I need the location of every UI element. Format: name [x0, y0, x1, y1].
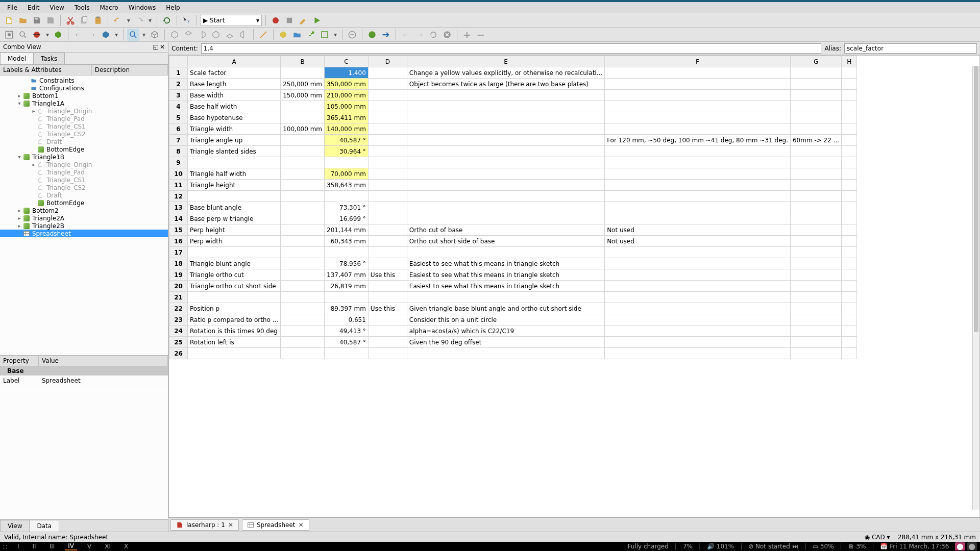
cell[interactable]: Change a yellow values explicitly, or ot… [407, 67, 604, 79]
cell[interactable] [368, 224, 407, 236]
link-actions-drop-icon[interactable]: ▾ [332, 29, 338, 41]
row-header[interactable]: 15 [169, 224, 188, 236]
content-input[interactable] [201, 43, 822, 54]
undo-drop-icon[interactable]: ▾ [126, 14, 132, 27]
tree-item[interactable]: ▸Triangle_Origin [0, 107, 168, 115]
cell[interactable] [842, 303, 857, 314]
cell[interactable] [790, 292, 841, 303]
cell[interactable] [605, 303, 791, 314]
macro-select[interactable]: ▶ Start▾ [201, 15, 262, 26]
cell[interactable]: Ortho cut short side of base [407, 236, 604, 247]
cell[interactable] [368, 168, 407, 180]
workspace-indicator[interactable]: III [46, 543, 58, 550]
cell[interactable]: Given the 90 deg offset [407, 337, 604, 348]
cell[interactable]: Easiest to see what this means in triang… [407, 258, 604, 269]
column-header[interactable]: H [842, 56, 857, 67]
row-header[interactable]: 26 [169, 348, 188, 359]
tree-item[interactable]: ▸Bottom1 [0, 92, 168, 99]
cell[interactable] [281, 224, 325, 236]
tree-item[interactable]: Draft [0, 138, 168, 145]
row-header[interactable]: 24 [169, 325, 188, 337]
cell[interactable]: 350,000 mm [325, 79, 369, 90]
cell[interactable] [790, 325, 841, 337]
fit-sel-icon[interactable] [17, 29, 29, 41]
cell[interactable]: alpha=acos(a/s) which is C22/C19 [407, 325, 604, 337]
row-header[interactable]: 18 [169, 258, 188, 269]
save-icon[interactable] [31, 14, 43, 27]
stop-load-icon[interactable] [441, 29, 453, 41]
cell[interactable] [842, 258, 857, 269]
reload-icon[interactable] [427, 29, 439, 41]
cell[interactable] [605, 157, 791, 168]
cell[interactable] [368, 314, 407, 325]
taskbar-status[interactable]: 🔊 101% [707, 543, 734, 550]
cell[interactable] [368, 202, 407, 213]
cell[interactable] [407, 123, 604, 135]
cell[interactable] [281, 146, 325, 157]
edit-macro-icon[interactable] [297, 14, 309, 27]
cell[interactable] [325, 348, 369, 359]
cell[interactable] [842, 146, 857, 157]
cell[interactable] [281, 180, 325, 191]
cell[interactable]: Triangle half width [188, 168, 281, 180]
cell[interactable] [790, 90, 841, 101]
cell[interactable]: 40,587 ° [325, 135, 369, 146]
cell[interactable] [842, 202, 857, 213]
row-header[interactable]: 12 [169, 191, 188, 202]
row-header[interactable]: 7 [169, 135, 188, 146]
row-header[interactable]: 19 [169, 269, 188, 281]
cell[interactable] [790, 314, 841, 325]
taskbar-status[interactable]: Fully charged [628, 543, 669, 550]
cell[interactable] [790, 213, 841, 224]
cell[interactable] [790, 247, 841, 258]
cell[interactable] [368, 325, 407, 337]
document-tab[interactable]: Spreadsheet✕ [242, 519, 309, 531]
cell[interactable] [281, 101, 325, 112]
row-header[interactable]: 20 [169, 281, 188, 292]
cell[interactable]: 0,651 [325, 314, 369, 325]
link-make-icon[interactable] [305, 29, 317, 41]
cell[interactable] [605, 247, 791, 258]
workspace-indicator[interactable]: X [121, 543, 131, 550]
menu-windows[interactable]: Windows [124, 3, 161, 13]
cell[interactable] [368, 90, 407, 101]
cell[interactable]: 1,400 [325, 67, 369, 79]
row-header[interactable]: 5 [169, 112, 188, 123]
tree-item[interactable]: Triangle_CS1 [0, 122, 168, 130]
cell[interactable] [605, 90, 791, 101]
workspace-indicator[interactable]: V [84, 543, 94, 550]
cell[interactable] [368, 135, 407, 146]
cell[interactable] [790, 303, 841, 314]
cell[interactable] [281, 281, 325, 292]
cell[interactable] [842, 269, 857, 281]
cell[interactable] [790, 281, 841, 292]
cell[interactable] [790, 224, 841, 236]
cell[interactable] [790, 191, 841, 202]
expander-icon[interactable]: ▾ [16, 101, 22, 106]
row-header[interactable]: 2 [169, 79, 188, 90]
cell[interactable] [407, 112, 604, 123]
group-icon[interactable] [291, 29, 303, 41]
cell[interactable] [605, 269, 791, 281]
row-header[interactable]: 9 [169, 157, 188, 168]
cell[interactable] [605, 191, 791, 202]
workspace-indicator[interactable]: IV [65, 542, 77, 550]
taskbar-status[interactable]: 7% [683, 543, 693, 550]
cell[interactable] [605, 123, 791, 135]
row-header[interactable]: 4 [169, 101, 188, 112]
row-header[interactable]: 16 [169, 236, 188, 247]
cell[interactable]: Triangle ortho cut short side [188, 281, 281, 292]
cell[interactable]: Use this [368, 269, 407, 281]
cell[interactable] [842, 236, 857, 247]
cell[interactable] [281, 236, 325, 247]
cell[interactable]: Easiest to see what this means in triang… [407, 269, 604, 281]
tree-item[interactable]: Triangle_CS2 [0, 130, 168, 138]
alias-input[interactable] [844, 43, 977, 54]
wm-icon[interactable]: ⸬ [3, 543, 7, 550]
cell[interactable] [842, 168, 857, 180]
cell[interactable] [842, 112, 857, 123]
row-header[interactable]: 10 [169, 168, 188, 180]
tree-item[interactable]: Triangle_Pad [0, 168, 168, 176]
cell[interactable] [368, 101, 407, 112]
tree-item[interactable]: Draft [0, 191, 168, 199]
